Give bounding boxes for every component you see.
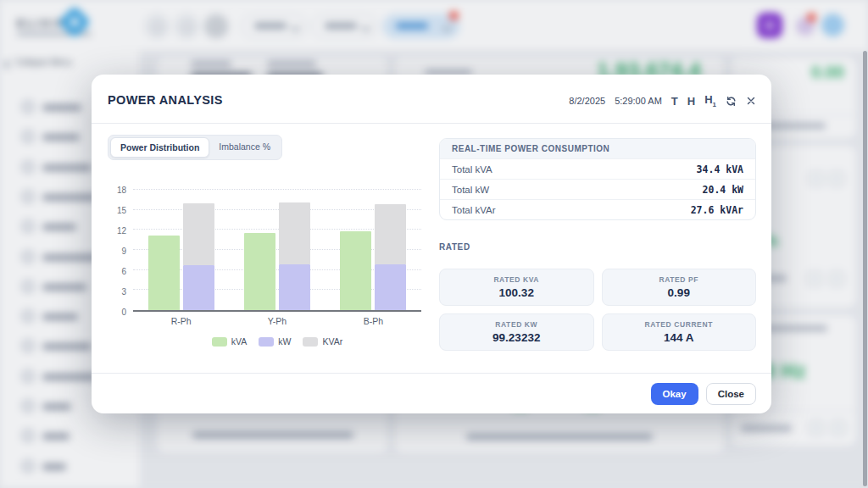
bar-group-B-Ph — [340, 190, 406, 310]
modal-body: Power Distribution Imbalance % 036912151… — [92, 124, 771, 373]
y-tick-12: 12 — [117, 226, 126, 236]
rated-card-value: 0.99 — [609, 286, 749, 299]
bar-segment-KVAr-Y-Ph — [279, 202, 310, 264]
legend-item-kVA: kVA — [212, 336, 247, 347]
modal-right-column: REAL-TIME POWER CONSUMPTION Total kVA 34… — [439, 138, 756, 351]
rated-kw-card: RATED KW 99.23232 — [439, 313, 594, 351]
bar-segment-KVAr-B-Ph — [375, 204, 406, 264]
legend-label: KVAr — [322, 336, 342, 347]
modal-header: POWER ANALYSIS 8/2/2025 5:29:00 AM T H H… — [92, 75, 771, 123]
y-tick-18: 18 — [117, 186, 126, 195]
chart-legend: kVAkWKVAr — [133, 336, 421, 347]
realtime-panel: REAL-TIME POWER CONSUMPTION Total kVA 34… — [439, 138, 756, 220]
row-value: 20.4 kW — [703, 184, 743, 196]
modal-footer: Okay Close — [92, 373, 771, 413]
table-row: Total kVAr 27.6 kVAr — [440, 199, 755, 219]
table-row: Total kVA 34.4 kVA — [440, 158, 755, 179]
power-analysis-modal: POWER ANALYSIS 8/2/2025 5:29:00 AM T H H… — [92, 75, 771, 413]
modal-title: POWER ANALYSIS — [108, 93, 223, 107]
screen: ELIXIR Collapse Menu — [0, 0, 868, 488]
legend-swatch — [259, 337, 274, 347]
rated-card-value: 100.32 — [447, 286, 587, 299]
y-tick-9: 9 — [121, 247, 126, 256]
chart-x-axis: R-PhY-PhB-Ph — [133, 316, 421, 326]
rated-card-label: RATED KVA — [447, 275, 587, 284]
row-value: 34.4 kVA — [697, 164, 743, 175]
y-tick-0: 0 — [121, 308, 126, 317]
hour-icon[interactable]: H — [687, 96, 695, 107]
legend-item-kW: kW — [259, 336, 291, 347]
row-label: Total kVAr — [452, 205, 496, 215]
bar — [244, 190, 275, 310]
legend-swatch — [212, 337, 227, 347]
legend-item-KVAr: KVAr — [303, 336, 342, 347]
legend-swatch — [303, 337, 318, 347]
bar — [375, 190, 406, 310]
bar-segment-kW-B-Ph — [375, 264, 406, 310]
x-label-B-Ph: B-Ph — [339, 316, 407, 326]
close-button[interactable]: Close — [706, 383, 756, 405]
bar-segment-kVA-B-Ph — [340, 231, 371, 310]
y-tick-15: 15 — [117, 206, 126, 215]
hour1-icon[interactable]: H1 — [704, 94, 716, 108]
bar-segment-kVA-R-Ph — [148, 236, 180, 310]
bar-segment-kW-R-Ph — [183, 265, 214, 310]
tab-power-distribution[interactable]: Power Distribution — [110, 137, 209, 158]
chart-plot-area — [133, 190, 421, 312]
rated-current-card: RATED CURRENT 144 A — [602, 313, 757, 351]
bar-group-R-Ph — [148, 190, 214, 310]
realtime-panel-header: REAL-TIME POWER CONSUMPTION — [440, 139, 755, 158]
chart-y-axis: 0369121518 — [108, 190, 130, 312]
table-row: Total kW 20.4 kW — [440, 179, 755, 199]
bar — [183, 190, 214, 310]
row-value: 27.6 kVAr — [691, 204, 743, 216]
bar — [148, 190, 180, 310]
bar-group-Y-Ph — [244, 190, 310, 310]
bar — [340, 190, 371, 310]
rated-pf-card: RATED PF 0.99 — [602, 269, 757, 306]
tab-imbalance[interactable]: Imbalance % — [209, 137, 280, 158]
refresh-icon[interactable] — [726, 96, 737, 107]
legend-label: kW — [278, 336, 291, 347]
power-distribution-chart: 0369121518 R-PhY-PhB-Ph kVAkWKVAr — [108, 190, 423, 347]
row-label: Total kW — [452, 185, 489, 195]
bar-segment-KVAr-R-Ph — [183, 203, 214, 265]
rated-section-header: RATED — [439, 242, 756, 252]
rated-card-value: 99.23232 — [447, 331, 587, 344]
x-label-R-Ph: R-Ph — [147, 316, 215, 326]
legend-label: kVA — [231, 336, 247, 347]
row-label: Total kVA — [452, 164, 492, 175]
rated-card-value: 144 A — [609, 331, 749, 344]
y-tick-6: 6 — [121, 267, 126, 276]
bar-segment-kVA-Y-Ph — [244, 233, 275, 310]
rated-card-label: RATED PF — [609, 275, 749, 284]
modal-time: 5:29:00 AM — [615, 96, 662, 106]
chart-tabs: Power Distribution Imbalance % — [108, 135, 282, 160]
rated-card-label: RATED KW — [447, 320, 587, 329]
bar-segment-kW-Y-Ph — [279, 264, 310, 310]
modal-date: 8/2/2025 — [569, 96, 605, 106]
y-tick-3: 3 — [121, 287, 126, 297]
rated-card-label: RATED CURRENT — [609, 320, 749, 329]
x-label-Y-Ph: Y-Ph — [243, 316, 311, 326]
close-icon[interactable] — [746, 96, 756, 106]
rated-cards-grid: RATED KVA 100.32 RATED PF 0.99 RATED KW … — [439, 269, 756, 351]
okay-button[interactable]: Okay — [651, 383, 698, 405]
rated-kva-card: RATED KVA 100.32 — [439, 269, 594, 306]
text-format-icon[interactable]: T — [671, 96, 678, 107]
bar — [279, 190, 310, 310]
